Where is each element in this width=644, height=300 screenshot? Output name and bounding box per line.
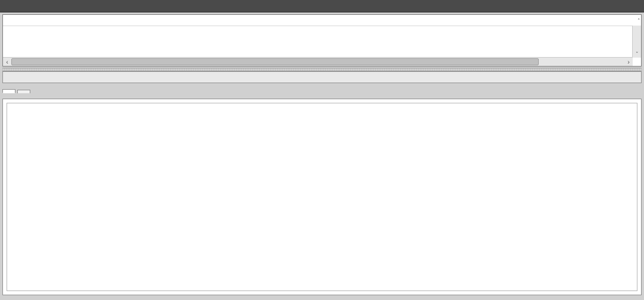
general-panel	[7, 103, 637, 291]
event-list-header[interactable]: ˄	[3, 15, 641, 26]
titlebar	[0, 0, 644, 12]
tab-content	[2, 99, 642, 295]
horizontal-scrollbar[interactable]: ‹ ›	[3, 57, 633, 66]
scroll-left-icon[interactable]: ‹	[3, 58, 11, 66]
vertical-scrollbar[interactable]: ˅	[632, 26, 641, 58]
scroll-right-icon[interactable]: ›	[624, 58, 633, 66]
scroll-down-icon[interactable]: ˅	[633, 50, 641, 58]
details-header	[2, 71, 642, 83]
tabs	[2, 87, 642, 99]
scrollbar-thumb[interactable]	[11, 58, 539, 65]
scroll-up-icon[interactable]: ˄	[633, 15, 641, 26]
tab-general[interactable]	[2, 89, 15, 93]
tab-details[interactable]	[17, 90, 30, 93]
event-list[interactable]: ˄ ˅ ‹ ›	[2, 14, 642, 67]
